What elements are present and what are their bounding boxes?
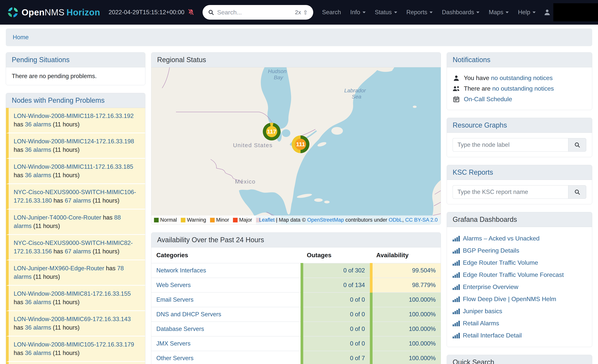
- chevron-down-icon: [476, 12, 479, 13]
- outages-cell: 0 of 7: [302, 351, 371, 364]
- bar-chart-icon: [453, 333, 460, 338]
- alarms-link[interactable]: 36 alarms: [25, 121, 51, 128]
- node-link[interactable]: LON-Window-2008-MIMIC105-172.16.33.179: [14, 341, 134, 348]
- node-link[interactable]: LON-Juniper-MX960-Edge-Router: [14, 265, 104, 272]
- menu-info[interactable]: Info: [350, 9, 365, 16]
- alarms-link[interactable]: 36 alarms: [25, 299, 51, 306]
- alarms-link[interactable]: 36 alarms: [25, 324, 51, 331]
- alarms-link[interactable]: 67 alarms: [65, 197, 91, 204]
- outages-cell: 0 of 0: [302, 307, 371, 322]
- menu-status[interactable]: Status: [375, 9, 397, 16]
- legend-normal: Normal: [154, 217, 177, 223]
- regional-status-map[interactable]: Hudson Bay Labrador Sea United States Mé…: [151, 67, 441, 225]
- grafana-link[interactable]: Enterprise Overview: [463, 283, 518, 291]
- pending-situations-title: Pending Situations: [6, 53, 145, 67]
- map-attribution: Leaflet | Map data © OpenStreetMap contr…: [256, 216, 441, 225]
- menu-dashboards[interactable]: Dashboards: [442, 9, 479, 16]
- grafana-link[interactable]: Flow Deep Dive | OpenNMS Helm: [463, 296, 556, 303]
- legend-minor: Minor: [210, 217, 229, 223]
- grafana-link[interactable]: Edge Router Traffic Volume Forecast: [463, 271, 564, 278]
- category-link[interactable]: JMX Servers: [156, 340, 191, 347]
- grafana-item: Juniper basics: [453, 305, 586, 317]
- col-availability: Availability: [371, 247, 441, 263]
- ccbysa-link[interactable]: CC BY-SA 2.0: [405, 217, 438, 223]
- category-link[interactable]: DNS and DHCP Servers: [156, 311, 221, 318]
- pending-problem-row: NYC-Cisco-NEXUS9000-SWITCH-MIMIC82-172.1…: [6, 235, 145, 260]
- grafana-link[interactable]: Juniper basics: [463, 308, 502, 315]
- ksc-reports-title: KSC Reports: [447, 165, 592, 180]
- brand[interactable]: OpenNMSHorizon: [7, 7, 100, 18]
- alarms-link[interactable]: 36 alarms: [25, 349, 51, 356]
- category-link[interactable]: Other Servers: [156, 355, 193, 362]
- odbl-link[interactable]: ODbL: [389, 217, 402, 223]
- grafana-link[interactable]: Retail Alarms: [463, 320, 499, 327]
- node-link[interactable]: LON-Window-2008-MIMIC69-172.16.33.143: [14, 316, 131, 323]
- top-navbar: OpenNMSHorizon 2022-04-29T15:15:12+00:00…: [0, 0, 598, 25]
- node-link[interactable]: LON-Window-2008-MIMIC124-172.16.33.198: [14, 138, 134, 145]
- grafana-item: Edge Router Traffic Volume: [453, 257, 586, 269]
- oncall-schedule-link[interactable]: On-Call Schedule: [464, 96, 512, 103]
- alarms-link[interactable]: 67 alarms: [65, 248, 91, 255]
- leaflet-link[interactable]: Leaflet: [259, 217, 274, 223]
- user-menu[interactable]: [544, 3, 598, 21]
- grafana-item: Flow Deep Dive | OpenNMS Helm: [453, 293, 586, 305]
- ksc-reports-input[interactable]: [453, 185, 568, 199]
- category-link[interactable]: Email Servers: [156, 296, 193, 303]
- all-notices-row: There are no outstanding notices: [453, 83, 586, 94]
- user-notices-link[interactable]: no outstanding notices: [491, 74, 553, 81]
- node-link[interactable]: LON-Window-2008-MIMIC118-172.16.33.192: [14, 113, 134, 119]
- category-link[interactable]: Web Servers: [156, 282, 191, 288]
- map-cluster-marker[interactable]: 111: [292, 136, 309, 153]
- calendar-icon: [453, 96, 460, 103]
- chevron-down-icon: [394, 12, 397, 13]
- pending-problem-row: NYC-Cisco-NEXUS9000-SWITCH-MIMIC106-172.…: [6, 184, 145, 210]
- ksc-reports-search-button[interactable]: [568, 185, 586, 199]
- search-icon: [574, 189, 580, 195]
- resource-graphs-search-button[interactable]: [568, 138, 586, 152]
- grafana-link[interactable]: BGP Peering Details: [463, 247, 519, 254]
- oncall-row: On-Call Schedule: [453, 94, 586, 105]
- osm-link[interactable]: OpenStreetMap: [307, 217, 344, 223]
- node-link[interactable]: LON-Window-2008-MIMIC81-172.16.33.155: [14, 290, 131, 297]
- duration-text: (11 hours): [93, 197, 119, 204]
- node-link[interactable]: LON-Juniper-T4000-Core-Router: [14, 214, 101, 221]
- grafana-item: Enterprise Overview: [453, 281, 586, 293]
- menu-reports[interactable]: Reports: [407, 9, 433, 16]
- map-label-labrador: Labrador: [344, 88, 366, 94]
- pending-problem-row: LON-Window-2008-MIMIC118-172.16.33.192 h…: [6, 108, 145, 133]
- resource-graphs-card: Resource Graphs: [447, 118, 592, 157]
- resource-graphs-input[interactable]: [453, 138, 568, 152]
- availability-cell: 100.000%: [371, 307, 441, 322]
- alarms-link[interactable]: 36 alarms: [25, 146, 51, 153]
- grafana-item: Edge Router Traffic Volume Forecast: [453, 269, 586, 281]
- menu-search[interactable]: Search: [322, 9, 341, 16]
- category-link[interactable]: Network Interfaces: [156, 267, 206, 274]
- legend-major: Major: [233, 217, 252, 223]
- map-cluster-marker[interactable]: 117: [263, 123, 281, 140]
- notifications-off-icon[interactable]: [187, 8, 195, 16]
- pending-nodes-title: Nodes with Pending Problems: [6, 93, 145, 108]
- availability-cell: 100.000%: [371, 351, 441, 364]
- global-search[interactable]: 2x⇧: [203, 5, 313, 20]
- availability-row: Database Servers 0 of 0 100.000%: [151, 322, 441, 336]
- grafana-item: Retail Alarms: [453, 317, 586, 329]
- availability-title: Availability Over the Past 24 Hours: [151, 233, 441, 247]
- category-link[interactable]: Database Servers: [156, 325, 204, 332]
- grafana-link[interactable]: Edge Router Traffic Volume: [463, 259, 538, 266]
- search-input[interactable]: [217, 9, 292, 16]
- availability-cell: 100.000%: [371, 292, 441, 307]
- grafana-item: BGP Peering Details: [453, 244, 586, 257]
- menu-maps[interactable]: Maps: [489, 9, 509, 16]
- bar-chart-icon: [453, 260, 460, 266]
- alarms-link[interactable]: 36 alarms: [25, 172, 51, 178]
- grafana-link[interactable]: Alarms – Acked vs Unacked: [463, 235, 540, 242]
- node-link[interactable]: LON-Window-2008-MIMIC111-172.16.33.185: [14, 163, 133, 170]
- breadcrumb-home[interactable]: Home: [13, 34, 29, 41]
- grafana-link[interactable]: Retail Interface Detail: [463, 332, 522, 339]
- user-notices-row: You have no outstanding notices: [453, 73, 586, 83]
- pending-problem-row: LON-Juniper-T4000-Core-Router has 88 ala…: [6, 210, 145, 235]
- menu-help[interactable]: Help: [518, 9, 536, 16]
- ksc-reports-card: KSC Reports: [447, 165, 592, 204]
- all-notices-link[interactable]: no outstanding notices: [492, 85, 554, 92]
- quick-search-title: Quick Search: [447, 355, 592, 364]
